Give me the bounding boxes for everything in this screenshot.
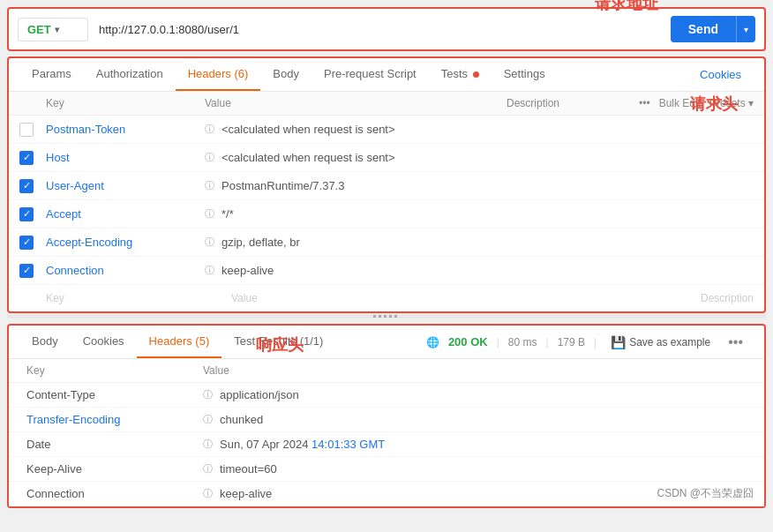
info-icon-1[interactable]: ⓘ (205, 123, 214, 136)
tab-tests[interactable]: Tests (429, 58, 492, 91)
send-arrow-button[interactable]: ▾ (736, 16, 755, 42)
response-table-header: Key Value (9, 359, 764, 383)
resp-key-3: Date (26, 438, 203, 451)
tab-params[interactable]: Params (19, 58, 84, 91)
row-key-3: User-Agent (46, 179, 205, 192)
resp-value-3: Sun, 07 Apr 2024 14:01:33 GMT (220, 438, 747, 451)
row-value-2: <calculated when request is sent> (221, 151, 754, 164)
row-checkbox-5[interactable] (19, 236, 46, 250)
empty-desc-placeholder: Description (701, 292, 754, 304)
resize-divider[interactable] (7, 313, 766, 318)
url-bar-section: 请求地址 GET ▾ Send ▾ (7, 7, 766, 51)
info-icon-5[interactable]: ⓘ (205, 236, 214, 249)
response-meta: 🌐 200 OK | 80 ms | 179 B | 💾 Save as exa… (419, 332, 754, 353)
response-row: Keep-Alive ⓘ timeout=60 (9, 457, 764, 482)
response-label: 响应头 (256, 334, 304, 356)
header-value-col: Value (205, 97, 507, 109)
resp-key-1: Content-Type (26, 388, 203, 401)
checkbox-5[interactable] (19, 236, 34, 250)
table-row: Accept ⓘ */* (9, 200, 764, 229)
method-select[interactable]: GET ▾ (18, 18, 88, 41)
empty-key-placeholder: Key (46, 292, 231, 304)
method-value: GET (27, 23, 51, 36)
empty-value-placeholder: Value (231, 292, 701, 304)
info-icon-3[interactable]: ⓘ (205, 179, 214, 192)
checkbox-6[interactable] (19, 264, 34, 278)
resp-key-2: Transfer-Encoding (26, 413, 203, 426)
table-row: Host ⓘ <calculated when request is sent> (9, 144, 764, 172)
row-checkbox-4[interactable] (19, 207, 46, 221)
table-row: Connection ⓘ keep-alive (9, 257, 764, 285)
resp-info-icon-5[interactable]: ⓘ (203, 487, 213, 500)
table-row: Postman-Token ⓘ <calculated when request… (9, 116, 764, 144)
resp-header-value: Value (203, 364, 747, 377)
response-row: Transfer-Encoding ⓘ chunked (9, 408, 764, 432)
tab-body[interactable]: Body (260, 58, 311, 91)
row-key-4: Accept (46, 207, 205, 221)
response-row: Date ⓘ Sun, 07 Apr 2024 14:01:33 GMT (9, 432, 764, 457)
resp-value-4: timeout=60 (220, 462, 747, 476)
tab-prerequest[interactable]: Pre-request Script (311, 58, 429, 91)
info-icon-4[interactable]: ⓘ (205, 207, 214, 221)
row-value-6: keep-alive (221, 264, 754, 277)
checkbox-3[interactable] (19, 179, 34, 193)
url-label: 请求地址 (595, 0, 658, 14)
request-table-header: Key Value Description ••• Bulk Edit Pres… (9, 92, 764, 116)
save-example-button[interactable]: 💾 Save as example (605, 332, 716, 353)
more-options-button[interactable]: ••• (724, 334, 747, 350)
resp-info-icon-4[interactable]: ⓘ (203, 462, 213, 476)
watermark: CSDN @不当荣虚囧 (657, 486, 754, 501)
tab-cookies[interactable]: Cookies (687, 59, 754, 90)
row-value-1: <calculated when request is sent> (221, 123, 754, 136)
resp-key-5: Connection (26, 487, 203, 500)
checkbox-1[interactable] (19, 123, 34, 137)
resp-value-1: application/json (220, 388, 747, 401)
row-checkbox-6[interactable] (19, 264, 46, 278)
checkbox-2[interactable] (19, 151, 34, 165)
row-checkbox-3[interactable] (19, 179, 46, 193)
resp-tab-cookies[interactable]: Cookies (71, 326, 137, 358)
date-blue-text: 14:01:33 GMT (311, 438, 385, 451)
resp-info-icon-2[interactable]: ⓘ (203, 413, 213, 426)
info-icon-6[interactable]: ⓘ (205, 264, 214, 277)
row-checkbox-1[interactable] (19, 123, 46, 137)
row-value-3: PostmanRuntime/7.37.3 (221, 179, 754, 192)
tab-authorization[interactable]: Authorization (84, 58, 176, 91)
status-code: 200 OK (448, 335, 488, 348)
tab-headers[interactable]: Headers (6) (176, 58, 261, 91)
send-button-group: Send ▾ (671, 16, 755, 42)
response-row: Content-Type ⓘ application/json (9, 383, 764, 408)
dots-icon: ••• (639, 97, 650, 109)
resp-header-key: Key (26, 364, 203, 377)
resp-info-icon-1[interactable]: ⓘ (203, 388, 213, 401)
row-key-5: Accept-Encoding (46, 236, 205, 249)
resp-info-icon-3[interactable]: ⓘ (203, 438, 213, 451)
send-button[interactable]: Send (671, 16, 736, 42)
request-section: 请求头 Params Authorization Headers (6) Bod… (7, 56, 766, 313)
response-row: Connection ⓘ keep-alive (9, 482, 764, 506)
response-size: 179 B (558, 336, 585, 348)
row-value-5: gzip, deflate, br (221, 236, 754, 249)
row-value-4: */* (221, 207, 754, 221)
row-key-2: Host (46, 151, 205, 164)
row-key-1: Postman-Token (46, 123, 205, 136)
url-input[interactable] (95, 19, 664, 40)
date-text: Sun, 07 Apr 2024 (220, 438, 311, 451)
divider-dots (373, 315, 400, 318)
row-checkbox-2[interactable] (19, 151, 46, 165)
header-desc-col: Description (507, 97, 639, 109)
response-tab-bar: Body Cookies Headers (5) Test Results (1… (9, 326, 764, 359)
response-section: 响应头 Body Cookies Headers (5) Test Result… (7, 324, 766, 508)
resp-tab-body[interactable]: Body (19, 326, 71, 358)
save-icon: 💾 (611, 335, 626, 349)
checkbox-4[interactable] (19, 207, 34, 221)
tab-settings[interactable]: Settings (492, 58, 558, 91)
chevron-down-icon: ▾ (55, 25, 59, 34)
resp-tab-headers[interactable]: Headers (5) (137, 326, 222, 358)
info-icon-2[interactable]: ⓘ (205, 151, 214, 164)
request-tab-bar: Params Authorization Headers (6) Body Pr… (9, 58, 764, 92)
header-key-col: Key (46, 97, 205, 109)
empty-row: Key Value Description (9, 285, 764, 311)
save-example-label: Save as example (629, 336, 710, 348)
table-row: Accept-Encoding ⓘ gzip, deflate, br (9, 229, 764, 257)
